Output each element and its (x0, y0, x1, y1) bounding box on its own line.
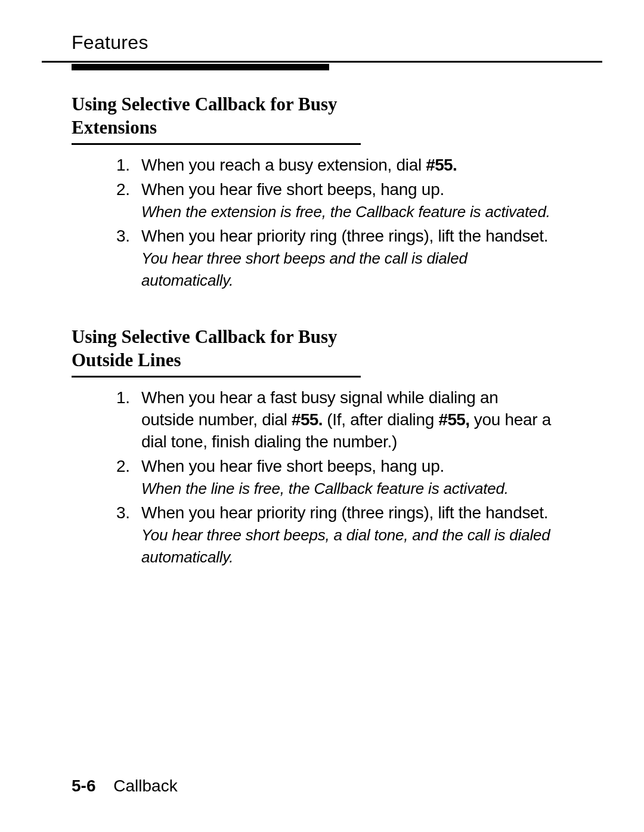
section-title: Using Selective Callback for Busy Extens… (72, 93, 553, 140)
section-title-line2: Outside Lines (72, 349, 181, 370)
step-1: 1. When you reach a busy extension, dial… (116, 154, 553, 177)
step-body: When you hear priority ring (three rings… (141, 225, 553, 292)
step-1: 1. When you hear a fast busy signal whil… (116, 387, 553, 453)
step-note: You hear three short beeps and the call … (141, 249, 467, 289)
dial-code: #55. (426, 156, 457, 174)
section-title-line1: Using Selective Callback for Busy (72, 326, 338, 347)
step-text: When you hear five short beeps, hang up. (141, 457, 444, 475)
header-rule-thick (72, 64, 329, 70)
section-busy-outside-lines: Using Selective Callback for Busy Outsid… (72, 326, 553, 568)
step-2: 2. When you hear five short beeps, hang … (116, 456, 553, 500)
page-footer: 5-6 Callback (72, 775, 178, 797)
step-note: When the extension is free, the Callback… (141, 203, 550, 221)
section-title-line2: Extensions (72, 117, 157, 138)
step-text: When you reach a busy extension, dial (141, 156, 426, 174)
step-text: When you hear priority ring (three rings… (141, 227, 548, 245)
section-busy-extensions: Using Selective Callback for Busy Extens… (72, 93, 553, 291)
dial-code: #55, (439, 410, 470, 429)
section-gap (42, 293, 602, 317)
steps-list: 1. When you hear a fast busy signal whil… (116, 387, 553, 568)
section-title: Using Selective Callback for Busy Outsid… (72, 326, 553, 372)
step-number: 3. (116, 502, 141, 568)
step-text: When you hear five short beeps, hang up. (141, 180, 444, 199)
page-header: Features (72, 30, 602, 55)
step-number: 3. (116, 225, 141, 292)
note-part: When the extension is free, the (141, 203, 355, 221)
note-part: feature is activated. (418, 203, 550, 221)
section-rule (72, 376, 361, 378)
section-title-line1: Using Selective Callback for Busy (72, 94, 338, 115)
header-title: Features (72, 30, 602, 55)
section-rule (72, 143, 361, 145)
header-rule-top (42, 61, 602, 63)
dial-code: #55. (292, 410, 323, 429)
step-3: 3. When you hear priority ring (three ri… (116, 502, 553, 568)
step-number: 1. (116, 154, 141, 177)
step-note: When the line is free, the Callback feat… (141, 480, 509, 497)
step-number: 2. (116, 456, 141, 500)
step-text: (If, after dialing (323, 410, 439, 429)
page-number: 5-6 (72, 777, 95, 795)
step-number: 2. (116, 179, 141, 223)
step-body: When you hear priority ring (three rings… (141, 502, 553, 568)
steps-list: 1. When you reach a busy extension, dial… (116, 154, 553, 292)
step-body: When you hear a fast busy signal while d… (141, 387, 553, 453)
step-body: When you hear five short beeps, hang up.… (141, 179, 553, 223)
step-body: When you hear five short beeps, hang up.… (141, 456, 553, 500)
step-number: 1. (116, 387, 141, 453)
step-body: When you reach a busy extension, dial #5… (141, 154, 553, 177)
page: Features Using Selective Callback for Bu… (0, 0, 644, 832)
step-note: You hear three short beeps, a dial tone,… (141, 526, 550, 566)
step-3: 3. When you hear priority ring (three ri… (116, 225, 553, 292)
note-part: Callback (355, 203, 418, 221)
footer-label: Callback (113, 777, 177, 795)
step-2: 2. When you hear five short beeps, hang … (116, 179, 553, 223)
step-text: When you hear priority ring (three rings… (141, 503, 548, 522)
